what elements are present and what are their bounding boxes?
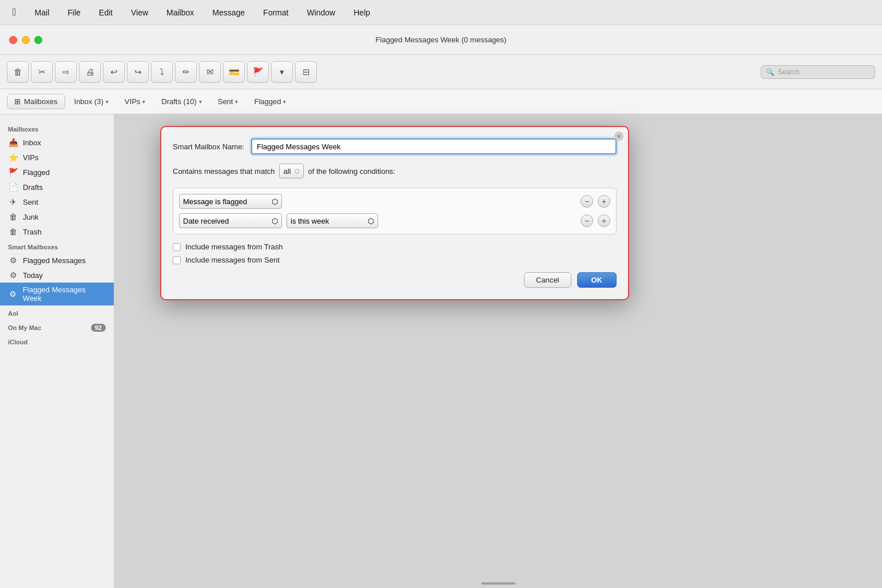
tab-mailboxes[interactable]: ⊞ Mailboxes xyxy=(7,94,65,109)
condition-1-field-selector[interactable]: Message is flagged ⬡ xyxy=(179,194,282,209)
content-area: × Smart Mailbox Name: Contains messages … xyxy=(114,114,882,588)
tab-sent[interactable]: Sent ▾ xyxy=(211,94,245,109)
tab-inbox[interactable]: Inbox (3) ▾ xyxy=(67,94,116,109)
tab-drafts[interactable]: Drafts (10) ▾ xyxy=(154,94,208,109)
toolbar: 🗑 ✂ ⇨ 🖨 ↩ ↪ ⤵ ✏ ✉ 💳 🚩 ▾ ⊟ 🔍 Search xyxy=(0,55,882,89)
condition-1-field-chevron-icon: ⬡ xyxy=(272,197,278,206)
delete-button[interactable]: 🗑 xyxy=(7,61,29,83)
sidebar-item-sent[interactable]: ✈ Sent xyxy=(0,194,114,209)
panel-button[interactable]: ⊟ xyxy=(295,61,317,83)
trash-icon: 🗑 xyxy=(8,227,18,236)
tab-vips-label: VIPs xyxy=(125,97,140,106)
sidebar-item-drafts[interactable]: 📄 Drafts xyxy=(0,180,114,194)
condition-1-add-button[interactable]: + xyxy=(598,195,610,208)
flag-button[interactable]: 🚩 xyxy=(247,61,269,83)
cancel-button[interactable]: Cancel xyxy=(524,272,571,288)
main-layout: Mailboxes 📥 Inbox ⭐ VIPs 🚩 Flagged 📄 Dra… xyxy=(0,114,882,588)
tabs-bar: ⊞ Mailboxes Inbox (3) ▾ VIPs ▾ Drafts (1… xyxy=(0,89,882,114)
traffic-lights xyxy=(9,36,42,44)
search-box[interactable]: 🔍 Search xyxy=(761,65,875,79)
condition-row-2: Date received ⬡ is this week ⬡ − + xyxy=(179,213,610,228)
menu-help[interactable]: Help xyxy=(350,6,374,19)
condition-row-1: Message is flagged ⬡ − + xyxy=(179,194,610,209)
sidebar-item-today[interactable]: ⚙ Today xyxy=(0,268,114,283)
condition-2-add-button[interactable]: + xyxy=(598,214,610,227)
sidebar-item-flagged-messages[interactable]: ⚙ Flagged Messages xyxy=(0,253,114,268)
forward-button[interactable]: ⇨ xyxy=(55,61,77,83)
tab-vips[interactable]: VIPs ▾ xyxy=(118,94,152,109)
sent-icon: ✈ xyxy=(8,197,18,206)
sidebar-item-vips[interactable]: ⭐ VIPs xyxy=(0,150,114,165)
sidebar-section-icloud: iCloud xyxy=(0,334,114,348)
print-button[interactable]: 🖨 xyxy=(79,61,101,83)
flagged-icon: 🚩 xyxy=(8,168,18,177)
condition-2-field-chevron-icon: ⬡ xyxy=(272,217,278,225)
checkbox-trash-row: Include messages from Trash xyxy=(173,243,617,251)
sidebar-item-flagged[interactable]: 🚩 Flagged xyxy=(0,165,114,180)
menu-file[interactable]: File xyxy=(64,6,84,19)
flag-menu-button[interactable]: ▾ xyxy=(271,61,293,83)
menu-mail[interactable]: Mail xyxy=(31,6,53,19)
menu-edit[interactable]: Edit xyxy=(96,6,116,19)
name-label: Smart Mailbox Name: xyxy=(173,142,244,151)
tab-drafts-chevron: ▾ xyxy=(199,99,202,105)
match-selector[interactable]: all ⬡ xyxy=(279,164,303,178)
ok-button[interactable]: OK xyxy=(577,272,617,288)
reply-button[interactable]: ↩ xyxy=(103,61,125,83)
dialog-footer: Cancel OK xyxy=(173,272,617,288)
sidebar-flagged-label: Flagged xyxy=(23,168,50,177)
redirect-button[interactable]: ⤵ xyxy=(151,61,173,83)
menu-window[interactable]: Window xyxy=(303,6,339,19)
sidebar-sent-label: Sent xyxy=(23,198,38,206)
sidebar-section-aol: Aol xyxy=(0,305,114,319)
close-button[interactable] xyxy=(9,36,17,44)
match-option: all xyxy=(283,167,291,176)
tab-inbox-label: Inbox (3) xyxy=(74,97,104,106)
junk-button[interactable]: ✂ xyxy=(31,61,53,83)
menu-format[interactable]: Format xyxy=(260,6,292,19)
condition-2-operator-chevron-icon: ⬡ xyxy=(368,217,374,225)
apple-menu[interactable]:  xyxy=(9,4,20,21)
tab-inbox-chevron: ▾ xyxy=(106,99,109,105)
include-sent-label: Include messages from Sent xyxy=(185,256,280,264)
condition-2-remove-button[interactable]: − xyxy=(581,214,593,227)
tab-sent-label: Sent xyxy=(218,97,233,106)
tab-flagged[interactable]: Flagged ▾ xyxy=(247,94,293,109)
menu-mailbox[interactable]: Mailbox xyxy=(163,6,197,19)
menu-message[interactable]: Message xyxy=(209,6,248,19)
condition-2-field-selector[interactable]: Date received ⬡ xyxy=(179,213,282,228)
include-sent-checkbox[interactable] xyxy=(173,256,181,264)
sidebar-item-junk[interactable]: 🗑 Junk xyxy=(0,209,114,224)
mailbox-name-input[interactable] xyxy=(251,138,617,154)
tab-vips-chevron: ▾ xyxy=(142,99,145,105)
tab-flagged-label: Flagged xyxy=(254,97,281,106)
on-my-mac-badge: 92 xyxy=(91,324,106,332)
smart-week-icon: ⚙ xyxy=(8,289,18,299)
condition-2-operator-label: is this week xyxy=(291,217,329,225)
maximize-button[interactable] xyxy=(34,36,42,44)
minimize-button[interactable] xyxy=(22,36,30,44)
sidebar-today-label: Today xyxy=(23,271,43,280)
condition-2-operator-selector[interactable]: is this week ⬡ xyxy=(287,213,378,228)
dialog-close-button[interactable]: × xyxy=(614,132,623,141)
search-placeholder: Search xyxy=(778,68,800,76)
condition-1-remove-button[interactable]: − xyxy=(581,195,593,208)
condition-2-field-label: Date received xyxy=(183,217,229,225)
match-suffix: of the following conditions: xyxy=(308,167,395,176)
sidebar: Mailboxes 📥 Inbox ⭐ VIPs 🚩 Flagged 📄 Dra… xyxy=(0,114,114,588)
sidebar-drafts-label: Drafts xyxy=(23,183,43,192)
include-trash-label: Include messages from Trash xyxy=(185,243,283,251)
smart-mailbox-dialog: × Smart Mailbox Name: Contains messages … xyxy=(160,126,629,300)
reply-all-button[interactable]: ↪ xyxy=(127,61,149,83)
sidebar-item-trash[interactable]: 🗑 Trash xyxy=(0,224,114,239)
menu-view[interactable]: View xyxy=(128,6,152,19)
include-trash-checkbox[interactable] xyxy=(173,243,181,251)
sidebar-item-flagged-messages-week[interactable]: ⚙ Flagged Messages Week xyxy=(0,283,114,305)
sidebar-item-inbox[interactable]: 📥 Inbox xyxy=(0,135,114,150)
contacts-button[interactable]: 💳 xyxy=(223,61,245,83)
menu-bar:  Mail File Edit View Mailbox Message Fo… xyxy=(0,0,882,25)
conditions-box: Message is flagged ⬡ − + Date received ⬡… xyxy=(173,188,617,235)
new-message-button[interactable]: ✉ xyxy=(199,61,221,83)
compose-button[interactable]: ✏ xyxy=(175,61,197,83)
match-chevron-icon: ⬡ xyxy=(295,168,300,174)
